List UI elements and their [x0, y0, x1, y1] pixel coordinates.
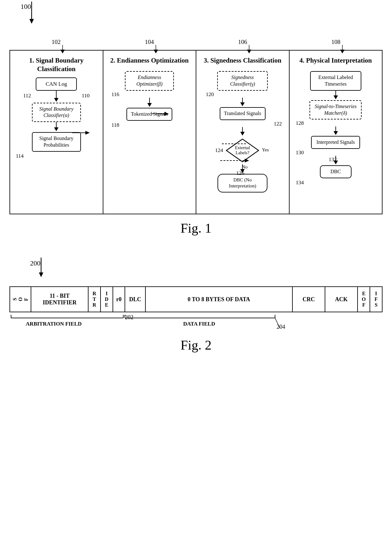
ack-cell: ACK [325, 287, 358, 312]
interp-box: Interpreted Signals [311, 136, 360, 149]
ref-122: 122 [274, 121, 282, 127]
svg-text:Labels?: Labels? [236, 150, 249, 155]
col-3-title: 3. Signedness Classification [202, 54, 283, 69]
can-log-box: CAN Log [36, 77, 77, 91]
eo-box: Endianness Optimizer(β) [125, 71, 174, 91]
svg-marker-19 [240, 132, 245, 136]
no-label: No [242, 164, 248, 170]
ref-132: 132 [329, 156, 337, 163]
svg-marker-13 [54, 127, 58, 131]
ref-102: 102 [52, 39, 61, 46]
col-3: 3. Signedness Classification Signedness … [196, 51, 290, 214]
sbc-box: Signal Boundary Classifier(α) [32, 103, 81, 122]
svg-text:DATA FIELD: DATA FIELD [183, 321, 215, 327]
svg-marker-11 [54, 98, 58, 102]
translated-box: Translated Signals [220, 107, 266, 120]
ref-130: 130 [296, 150, 304, 156]
col-1: 1. Signal Boundary Classification CAN Lo… [10, 51, 103, 214]
ref-134: 134 [296, 180, 304, 186]
eof-cell: EOF [358, 287, 370, 312]
ref-108: 108 [331, 39, 340, 46]
ide-cell: IDE [101, 287, 113, 312]
yes-label: Yes [262, 147, 269, 153]
data-cell: 0 TO 8 BYTES OF DATA [145, 287, 292, 312]
ref-120: 120 [206, 91, 214, 98]
ref-128: 128 [296, 120, 304, 126]
fig2-section: 200 SOF 11 - BITIDENTIFIER RTR IDE r0 DL… [0, 252, 392, 365]
fig2-label: Fig. 2 [9, 338, 383, 353]
can-table-container: SOF 11 - BITIDENTIFIER RTR IDE r0 DLC 0 … [9, 286, 383, 334]
col-1-title: 1. Signal Boundary Classification [13, 54, 100, 77]
svg-text:ARBITRATION FIELD: ARBITRATION FIELD [26, 321, 82, 327]
svg-text:External: External [235, 145, 250, 150]
ref-114: 114 [16, 153, 24, 159]
col-4: 4. Physical Interpretation External Labe… [290, 51, 382, 214]
ref-106: 106 [238, 39, 247, 46]
svg-text:202: 202 [125, 314, 133, 320]
ref-110: 110 [82, 93, 89, 99]
field-labels-row: 202 ARBITRATION FIELD DATA FIELD 204 [9, 312, 383, 334]
svg-marker-28 [334, 131, 338, 135]
svg-marker-15 [147, 103, 152, 107]
arrow-200 [32, 256, 51, 281]
ref-104: 104 [145, 39, 154, 46]
dbc-no-box: DBC (No Interpretation) [217, 174, 267, 192]
ref-112: 112 [23, 93, 31, 99]
arrow-100 [22, 0, 41, 27]
svg-marker-39 [39, 272, 43, 277]
identifier-cell: 11 - BITIDENTIFIER [31, 287, 88, 312]
dbc-box: DBC [320, 165, 352, 178]
ref-118: 118 [112, 122, 119, 128]
main-diagram-box: 1. Signal Boundary Classification CAN Lo… [9, 50, 383, 214]
sof-cell: SOF [10, 287, 31, 312]
ext-ts-box: External Labeled Timeseries [310, 71, 361, 91]
svg-marker-1 [29, 19, 34, 24]
fig1-section: 100 102 104 106 [0, 0, 392, 252]
ref-126: 126 [236, 170, 244, 176]
ref-116: 116 [112, 91, 119, 98]
diamond-wrapper: 124 External Labels? Yes [225, 138, 260, 163]
fig1-label: Fig. 1 [9, 221, 383, 236]
field-braces-svg: 202 ARBITRATION FIELD DATA FIELD 204 [9, 312, 383, 334]
dlc-cell: DLC [125, 287, 145, 312]
svg-marker-26 [334, 95, 338, 99]
ref-124: 124 [215, 147, 223, 154]
sbp-box: Signal Boundary Probabilities [32, 132, 81, 152]
col-4-title: 4. Physical Interpretation [298, 54, 373, 69]
col-2-title: 2. Endianness Optimization [109, 54, 190, 69]
can-frame-table: SOF 11 - BITIDENTIFIER RTR IDE r0 DLC 0 … [9, 286, 383, 312]
crc-cell: CRC [292, 287, 325, 312]
stm-box: Signal-to-Timeseries Matcher(δ) [309, 100, 362, 120]
tokenized-box: Tokenized Signals [126, 108, 172, 121]
sc-box: Signedness Classifier(γ) [217, 71, 268, 91]
col-2: 2. Endianness Optimization Endianness Op… [103, 51, 197, 214]
r0-cell: r0 [113, 287, 125, 312]
rtr-cell: RTR [88, 287, 101, 312]
ifs-cell: IFS [370, 287, 382, 312]
svg-marker-17 [240, 102, 245, 106]
